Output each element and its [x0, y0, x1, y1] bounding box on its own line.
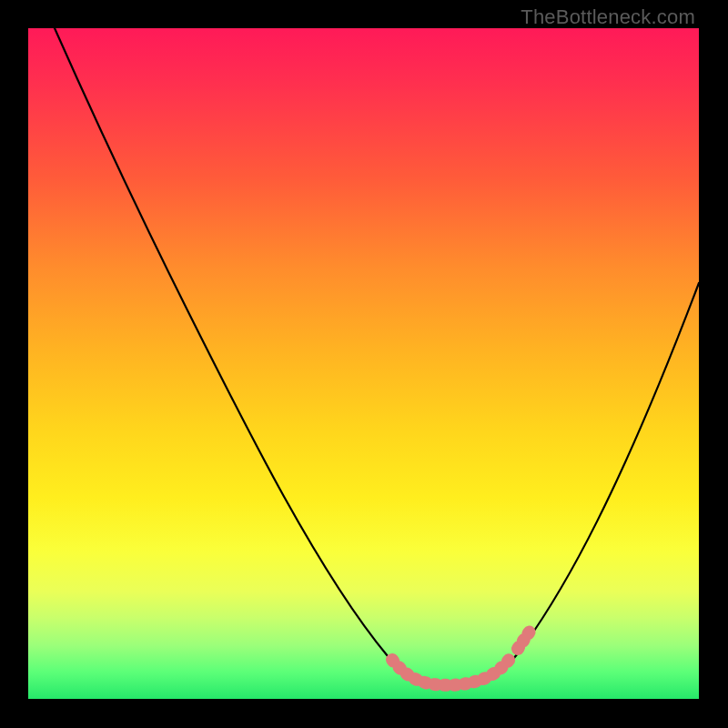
watermark-text: TheBottleneck.com	[521, 5, 695, 29]
chart-frame: TheBottleneck.com	[0, 0, 728, 728]
curve-layer	[28, 28, 699, 699]
bottleneck-curve	[55, 28, 699, 685]
highlight-blob-right	[518, 629, 531, 649]
highlight-segment	[392, 658, 511, 685]
